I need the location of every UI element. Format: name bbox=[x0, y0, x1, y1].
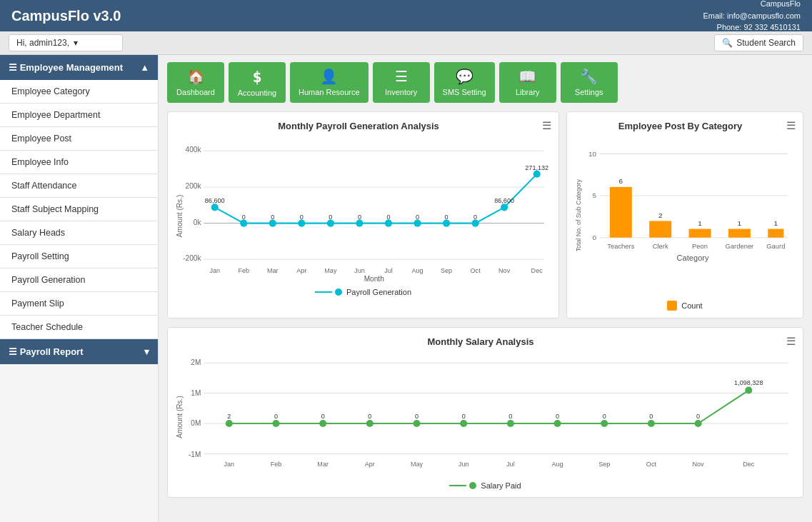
svg-text:Jan: Jan bbox=[224, 461, 234, 468]
svg-point-80 bbox=[272, 420, 279, 427]
svg-text:Apr: Apr bbox=[296, 267, 306, 274]
svg-text:Dec: Dec bbox=[743, 461, 755, 468]
svg-text:Jan: Jan bbox=[209, 267, 220, 274]
sidebar-item-employee-info[interactable]: Employee Info bbox=[0, 151, 158, 174]
svg-text:1: 1 bbox=[698, 219, 702, 227]
chevron-down-icon: ▾ bbox=[144, 346, 149, 357]
user-dropdown[interactable]: Hi, admin123, ▾ bbox=[9, 34, 123, 51]
main-layout: ☰ Employee Management ▲ Employee Categor… bbox=[0, 55, 812, 522]
salary-chart-legend: Salary Paid bbox=[175, 481, 796, 490]
tile-library[interactable]: 📖 Library bbox=[499, 62, 556, 103]
company-phone: Phone: 92 332 4510131 bbox=[703, 21, 801, 34]
svg-text:2: 2 bbox=[227, 413, 231, 420]
svg-text:0: 0 bbox=[274, 413, 278, 420]
sidebar-item-staff-attendance[interactable]: Staff Attendance bbox=[0, 174, 158, 198]
sidebar-item-payroll-setting[interactable]: Payroll Setting bbox=[0, 245, 158, 268]
salary-chart-menu-icon[interactable]: ☰ bbox=[786, 335, 796, 348]
svg-point-18 bbox=[443, 220, 450, 227]
svg-text:Aug: Aug bbox=[411, 267, 423, 274]
tile-accounting[interactable]: $ Accounting bbox=[229, 62, 286, 103]
svg-text:Peon: Peon bbox=[692, 242, 708, 250]
payroll-chart-legend: Payroll Generation bbox=[175, 288, 551, 296]
header-company-info: CampusFlo Email: info@campusflo.com Phon… bbox=[703, 0, 801, 34]
svg-text:Oct: Oct bbox=[470, 267, 481, 274]
svg-text:Apr: Apr bbox=[365, 461, 375, 468]
svg-text:0: 0 bbox=[462, 413, 466, 420]
menu-icon: ☰ bbox=[9, 62, 20, 73]
svg-point-12 bbox=[269, 220, 276, 227]
svg-text:0: 0 bbox=[696, 413, 700, 420]
sidebar-item-payroll-generation[interactable]: Payroll Generation bbox=[0, 268, 158, 292]
tile-dashboard[interactable]: 🏠 Dashboard bbox=[167, 62, 224, 103]
sidebar-item-employee-department[interactable]: Employee Department bbox=[0, 104, 158, 127]
svg-text:Gardener: Gardener bbox=[726, 242, 754, 250]
svg-point-89 bbox=[695, 420, 702, 427]
svg-text:0: 0 bbox=[415, 413, 418, 420]
svg-text:0: 0 bbox=[416, 214, 419, 221]
category-chart-menu-icon[interactable]: ☰ bbox=[786, 119, 796, 132]
salary-legend-label: Salary Paid bbox=[481, 481, 521, 490]
salary-chart-card: Monthly Salary Analysis ☰ 2M 1M 0M -1M A… bbox=[167, 327, 803, 498]
charts-row: Monthly Payroll Generation Analysis ☰ 40… bbox=[167, 111, 803, 318]
sidebar-section-label-employee: Employee Management bbox=[20, 62, 124, 73]
payroll-legend-label: Payroll Generation bbox=[346, 288, 411, 296]
svg-text:Feb: Feb bbox=[271, 461, 282, 468]
sidebar-item-employee-post[interactable]: Employee Post bbox=[0, 127, 158, 151]
svg-point-86 bbox=[553, 420, 561, 427]
svg-text:1: 1 bbox=[774, 219, 778, 227]
sidebar-item-teacher-schedule[interactable]: Teacher Schedule bbox=[0, 316, 158, 339]
sidebar-item-payment-slip[interactable]: Payment Slip bbox=[0, 292, 158, 316]
svg-text:0: 0 bbox=[592, 234, 596, 241]
svg-text:Feb: Feb bbox=[238, 267, 249, 274]
svg-point-79 bbox=[226, 420, 233, 427]
home-icon: 🏠 bbox=[187, 68, 205, 85]
svg-text:Sep: Sep bbox=[441, 267, 452, 274]
svg-text:May: May bbox=[324, 267, 337, 274]
svg-text:86,600: 86,600 bbox=[205, 197, 225, 204]
payroll-chart-title: Monthly Payroll Generation Analysis bbox=[175, 121, 542, 131]
svg-text:Category: Category bbox=[677, 254, 709, 262]
svg-rect-58 bbox=[689, 229, 711, 238]
tile-dashboard-label: Dashboard bbox=[176, 88, 215, 96]
tile-inventory[interactable]: ☰ Inventory bbox=[373, 62, 430, 103]
payroll-chart-card: Monthly Payroll Generation Analysis ☰ 40… bbox=[167, 111, 559, 318]
tile-accounting-label: Accounting bbox=[238, 89, 276, 97]
svg-point-10 bbox=[211, 204, 219, 211]
svg-text:Month: Month bbox=[364, 275, 384, 281]
salary-chart-svg: 2M 1M 0M -1M Amount (Rs.) bbox=[175, 352, 796, 475]
payroll-chart-menu-icon[interactable]: ☰ bbox=[542, 119, 551, 132]
sidebar-section-employee-management[interactable]: ☰ Employee Management ▲ bbox=[0, 55, 158, 80]
library-icon: 📖 bbox=[518, 68, 536, 85]
tile-sms-setting[interactable]: 💬 SMS Setting bbox=[434, 62, 495, 103]
svg-text:0k: 0k bbox=[194, 219, 202, 226]
svg-text:0: 0 bbox=[445, 214, 448, 221]
person-icon: 👤 bbox=[320, 68, 338, 85]
sidebar-items-employee: Employee Category Employee Department Em… bbox=[0, 80, 158, 339]
sidebar-item-staff-subject-mapping[interactable]: Staff Subject Mapping bbox=[0, 198, 158, 221]
user-label: Hi, admin123, bbox=[16, 38, 69, 48]
svg-point-15 bbox=[356, 220, 363, 227]
svg-point-84 bbox=[460, 420, 467, 427]
category-legend-label: Count bbox=[681, 301, 702, 310]
svg-rect-54 bbox=[610, 187, 632, 238]
sidebar-item-salary-heads[interactable]: Salary Heads bbox=[0, 221, 158, 245]
tile-human-resource[interactable]: 👤 Human Resource bbox=[290, 62, 369, 103]
svg-text:400k: 400k bbox=[186, 146, 202, 154]
app-title: CampusFlo v3.0 bbox=[11, 8, 121, 24]
tile-settings[interactable]: 🔧 Settings bbox=[561, 62, 618, 103]
svg-text:0: 0 bbox=[321, 413, 325, 420]
top-bar: Hi, admin123, ▾ 🔍 Student Search bbox=[0, 31, 812, 55]
sidebar-item-employee-category[interactable]: Employee Category bbox=[0, 80, 158, 104]
svg-text:-200k: -200k bbox=[183, 254, 201, 262]
student-search-button[interactable]: 🔍 Student Search bbox=[714, 34, 803, 51]
sidebar-section-payroll-report[interactable]: ☰ Payroll Report ▾ bbox=[0, 339, 158, 364]
svg-text:Aug: Aug bbox=[551, 461, 563, 468]
tile-inventory-label: Inventory bbox=[385, 88, 417, 96]
svg-point-19 bbox=[472, 220, 479, 227]
company-name: CampusFlo bbox=[703, 0, 801, 10]
svg-text:-1M: -1M bbox=[189, 451, 201, 458]
category-chart-svg: Total No. of Sub Category 10 5 0 6 2 bbox=[574, 136, 796, 294]
svg-point-21 bbox=[533, 171, 541, 178]
svg-text:0: 0 bbox=[556, 413, 559, 420]
search-icon: 🔍 bbox=[722, 38, 733, 48]
